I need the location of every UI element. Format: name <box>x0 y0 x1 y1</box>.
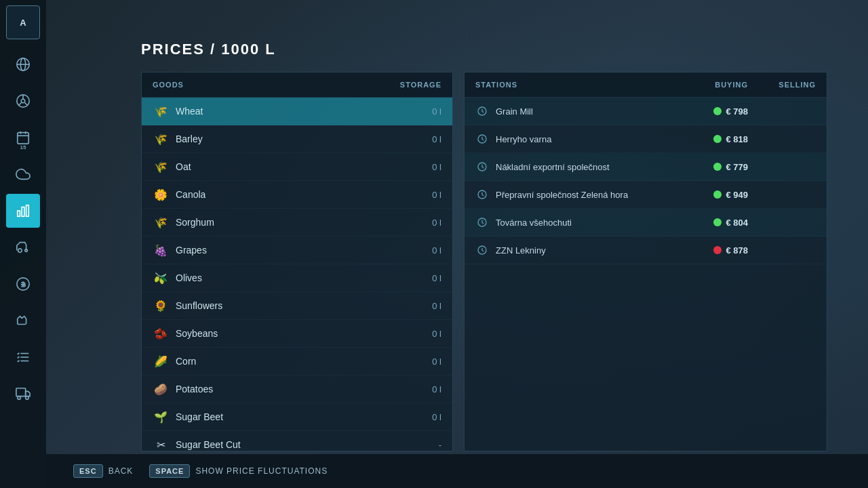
station-name: Herryho varna <box>496 134 694 144</box>
sidebar-item-transport[interactable] <box>6 377 40 411</box>
price-value: € 878 <box>726 245 748 256</box>
station-row: Herryho varna € 818 <box>465 125 827 153</box>
goods-name: Olives <box>176 272 401 283</box>
goods-panel: GOODS STORAGE 🌾 Wheat 0 l 🌾 Barley 0 l 🌾… <box>141 72 453 451</box>
sidebar-top-button[interactable]: A <box>6 5 40 39</box>
svg-rect-22 <box>16 388 26 396</box>
station-row: Grain Mill € 798 <box>465 98 827 125</box>
svg-point-15 <box>18 249 22 253</box>
goods-storage: 0 l <box>401 162 441 172</box>
stations-column-header: STATIONS <box>475 81 694 89</box>
station-name: Přepravní společnost Zelená hora <box>496 190 694 200</box>
goods-storage: 0 l <box>401 106 441 117</box>
goods-name: Wheat <box>176 106 401 117</box>
sidebar-item-steering[interactable] <box>6 84 40 118</box>
price-value: € 818 <box>726 134 748 144</box>
station-buying: € 804 <box>694 218 762 228</box>
goods-icon: 🌾 <box>153 131 169 147</box>
goods-storage: 0 l <box>401 134 441 144</box>
goods-name: Soybeans <box>176 328 401 339</box>
svg-rect-12 <box>18 211 20 216</box>
svg-rect-14 <box>26 205 29 217</box>
sidebar: A 15 <box>0 0 46 488</box>
station-icon <box>475 160 489 174</box>
goods-row[interactable]: 🌾 Oat 0 l <box>142 153 452 181</box>
station-name: Nákladní exportní společnost <box>496 162 694 172</box>
goods-icon: 🌽 <box>153 353 169 369</box>
goods-storage: 0 l <box>401 329 441 339</box>
station-buying: € 798 <box>694 106 762 117</box>
selling-column-header: SELLING <box>762 81 816 89</box>
goods-icon: 🫒 <box>153 270 169 286</box>
station-buying: € 949 <box>694 190 762 200</box>
svg-point-24 <box>18 396 21 400</box>
goods-name: Barley <box>176 134 401 144</box>
goods-row[interactable]: 🌾 Wheat 0 l <box>142 98 452 125</box>
sidebar-item-tasks[interactable] <box>6 340 40 374</box>
svg-rect-13 <box>22 207 24 217</box>
svg-point-25 <box>26 396 29 400</box>
stations-panel-header: STATIONS BUYING SELLING <box>465 73 827 98</box>
station-name: Grain Mill <box>496 106 694 117</box>
goods-row[interactable]: 🌾 Barley 0 l <box>142 125 452 153</box>
goods-name: Corn <box>176 356 401 367</box>
sidebar-item-weather[interactable] <box>6 157 40 191</box>
goods-icon: 🌾 <box>153 214 169 230</box>
svg-marker-23 <box>26 391 30 396</box>
station-buying: € 878 <box>694 245 762 256</box>
goods-row[interactable]: 🌼 Canola 0 l <box>142 181 452 209</box>
status-dot <box>713 246 722 254</box>
svg-line-6 <box>18 102 21 105</box>
goods-row[interactable]: 🌻 Sunflowers 0 l <box>142 292 452 320</box>
goods-storage: - <box>401 440 441 450</box>
station-name: Továrna všehochuti <box>496 218 694 228</box>
sidebar-item-tractor[interactable] <box>6 230 40 264</box>
status-dot <box>713 107 722 115</box>
goods-storage: 0 l <box>401 190 441 200</box>
sidebar-item-globe[interactable] <box>6 47 40 81</box>
goods-name: Oat <box>176 161 401 172</box>
svg-point-4 <box>21 99 25 103</box>
stations-list: Grain Mill € 798 Herryho varna € 818 <box>465 98 827 451</box>
goods-name: Sugar Beet <box>176 411 401 422</box>
goods-storage: 0 l <box>401 384 441 394</box>
station-icon <box>475 216 489 229</box>
back-text: BACK <box>108 466 134 476</box>
goods-name: Sunflowers <box>176 300 401 311</box>
goods-row[interactable]: 🫒 Olives 0 l <box>142 264 452 292</box>
station-buying: € 779 <box>694 162 762 172</box>
sidebar-item-calendar[interactable]: 15 <box>6 121 40 155</box>
goods-storage: 0 l <box>401 273 441 283</box>
storage-column-header: STORAGE <box>387 81 441 89</box>
goods-storage: 0 l <box>401 218 441 228</box>
sidebar-item-stats[interactable] <box>6 194 40 228</box>
goods-row[interactable]: ✂ Sugar Beet Cut - <box>142 431 452 451</box>
goods-icon: 🍇 <box>153 242 169 258</box>
back-button[interactable]: ESC BACK <box>73 464 133 478</box>
goods-row[interactable]: 🌾 Sorghum 0 l <box>142 209 452 237</box>
price-value: € 779 <box>726 162 748 172</box>
goods-list[interactable]: 🌾 Wheat 0 l 🌾 Barley 0 l 🌾 Oat 0 l 🌼 Can… <box>142 98 452 451</box>
status-dot <box>713 218 722 226</box>
goods-row[interactable]: 🍇 Grapes 0 l <box>142 237 452 264</box>
status-dot <box>713 135 722 143</box>
fluctuations-text: SHOW PRICE FLUCTUATIONS <box>195 466 328 476</box>
stations-panel: STATIONS BUYING SELLING Grain Mill € 798 <box>464 72 827 451</box>
sidebar-item-animals[interactable] <box>6 304 40 338</box>
goods-row[interactable]: 🌱 Sugar Beet 0 l <box>142 403 452 431</box>
page-title: PRICES / 1000 L <box>141 41 827 58</box>
goods-name: Potatoes <box>176 384 401 394</box>
content-area: GOODS STORAGE 🌾 Wheat 0 l 🌾 Barley 0 l 🌾… <box>141 72 827 451</box>
fluctuations-button[interactable]: SPACE SHOW PRICE FLUCTUATIONS <box>149 464 328 478</box>
bottom-bar: ESC BACK SPACE SHOW PRICE FLUCTUATIONS <box>46 454 868 488</box>
goods-row[interactable]: 🌽 Corn 0 l <box>142 348 452 375</box>
goods-storage: 0 l <box>401 412 441 422</box>
back-key-label: ESC <box>73 464 103 478</box>
goods-icon: 🌾 <box>153 159 169 175</box>
svg-line-7 <box>25 102 28 105</box>
goods-storage: 0 l <box>401 245 441 256</box>
goods-row[interactable]: 🥔 Potatoes 0 l <box>142 375 452 403</box>
sidebar-item-money[interactable] <box>6 267 40 301</box>
goods-row[interactable]: 🫘 Soybeans 0 l <box>142 320 452 348</box>
svg-rect-8 <box>18 133 29 144</box>
